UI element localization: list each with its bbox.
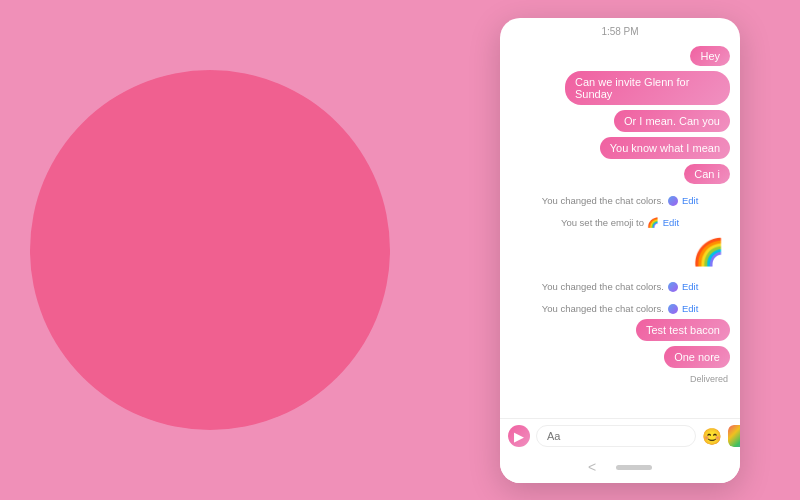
background-circle <box>30 70 390 430</box>
arrow-icon: ▶ <box>514 429 524 444</box>
chat-bubble: Hey <box>690 46 730 66</box>
home-indicator <box>616 465 652 470</box>
message-row: Or I mean. Can you <box>510 110 730 132</box>
svg-rect-0 <box>728 425 740 447</box>
input-bar: ▶ 😊 <box>500 418 740 453</box>
back-chevron-icon[interactable]: < <box>588 459 596 475</box>
message-row: One nore <box>510 346 730 368</box>
message-row: Test test bacon <box>510 319 730 341</box>
chat-bubble: Or I mean. Can you <box>614 110 730 132</box>
system-event: You changed the chat colors. Edit <box>510 281 730 292</box>
rainbow-emoji: 🌈 <box>692 237 724 268</box>
phone-mockup: 1:58 PM Hey Can we invite Glenn for Sund… <box>500 18 740 483</box>
chat-bubble: You know what I mean <box>600 137 730 159</box>
message-row: You know what I mean <box>510 137 730 159</box>
chat-bubble: Can i <box>684 164 730 184</box>
message-row: Hey <box>510 46 730 66</box>
chat-bubble: One nore <box>664 346 730 368</box>
emoji-display: 🌈 <box>510 237 724 268</box>
system-event: You set the emoji to 🌈 Edit <box>510 217 730 228</box>
send-left-icon[interactable]: ▶ <box>508 425 530 447</box>
rainbow-button[interactable] <box>728 425 740 447</box>
chat-bubble: Test test bacon <box>636 319 730 341</box>
edit-link[interactable]: Edit <box>682 281 698 292</box>
edit-link[interactable]: Edit <box>682 303 698 314</box>
delivered-status: Delivered <box>510 374 730 384</box>
emoji-picker-icon[interactable]: 😊 <box>702 427 722 446</box>
message-row: Can we invite Glenn for Sunday <box>510 71 730 105</box>
system-event: You changed the chat colors. Edit <box>510 195 730 206</box>
chat-bubble: Can we invite Glenn for Sunday <box>565 71 730 105</box>
system-event: You changed the chat colors. Edit <box>510 303 730 314</box>
color-dot-icon <box>668 282 678 292</box>
message-input[interactable] <box>536 425 696 447</box>
chat-timestamp: 1:58 PM <box>510 26 730 37</box>
color-dot-icon <box>668 304 678 314</box>
edit-link[interactable]: Edit <box>663 217 679 228</box>
edit-link[interactable]: Edit <box>682 195 698 206</box>
nav-bar: < <box>500 453 740 483</box>
color-dot-icon <box>668 196 678 206</box>
chat-area: 1:58 PM Hey Can we invite Glenn for Sund… <box>500 18 740 418</box>
message-row: Can i <box>510 164 730 184</box>
